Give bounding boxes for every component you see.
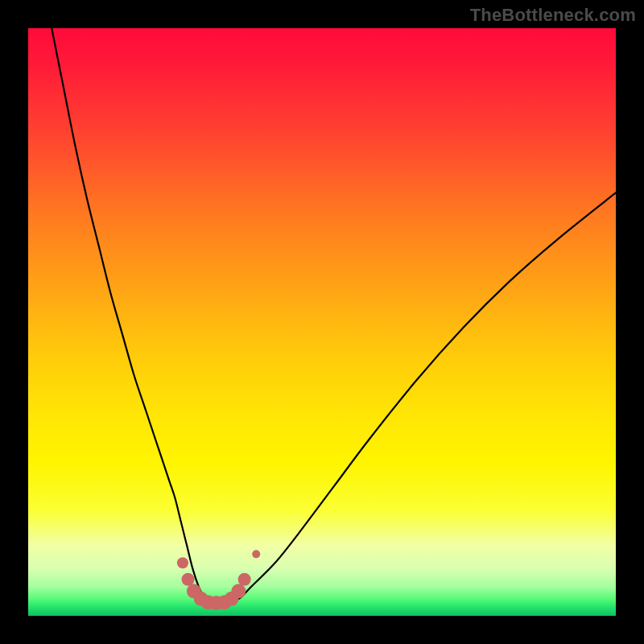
bottleneck-curve: [52, 28, 616, 605]
watermark-text: TheBottleneck.com: [470, 5, 636, 26]
chart-svg: [28, 28, 616, 616]
highlight-dot: [238, 573, 251, 586]
highlight-dot: [231, 584, 246, 598]
highlight-dot: [177, 557, 188, 568]
chart-frame: TheBottleneck.com: [0, 0, 644, 644]
highlight-dot: [252, 550, 260, 558]
highlight-dot: [182, 573, 195, 586]
